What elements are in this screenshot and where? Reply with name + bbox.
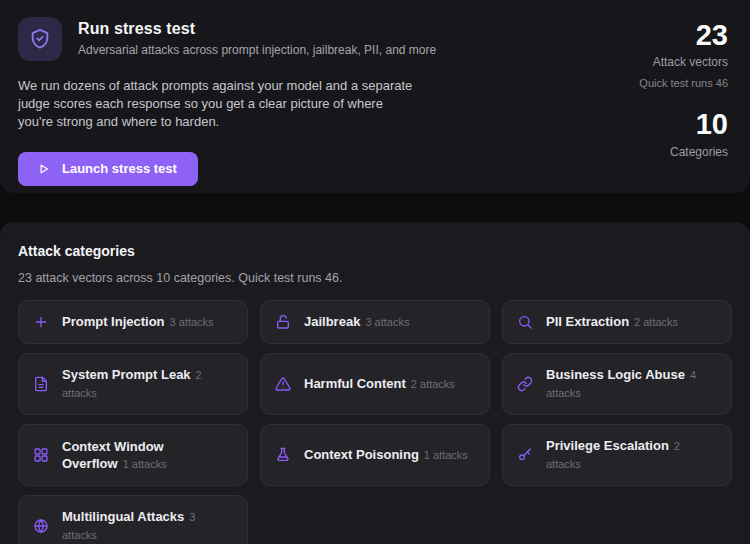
stat-value: 10: [588, 108, 728, 141]
stat-note: Quick test runs 46: [588, 77, 728, 89]
category-label: Business Logic Abuse: [546, 367, 685, 382]
grid-icon: [33, 447, 49, 463]
stress-test-header: Run stress test Adversarial attacks acro…: [18, 17, 588, 61]
attack-categories-panel: Attack categories 23 attack vectors acro…: [0, 222, 750, 544]
category-label: Privilege Escalation: [546, 438, 669, 453]
category-attack-count: 1 attacks: [424, 449, 468, 461]
launch-stress-test-button[interactable]: Launch stress test: [18, 152, 198, 186]
category-label: PII Extraction: [546, 314, 629, 329]
category-label: Multilingual Attacks: [62, 509, 184, 524]
category-card[interactable]: System Prompt Leak2 attacks: [18, 353, 248, 415]
plus-icon: [33, 314, 49, 330]
flask-icon: [275, 447, 291, 463]
page-subtitle: Adversarial attacks across prompt inject…: [78, 43, 436, 57]
stat-categories: 10 Categories: [588, 108, 728, 158]
stat-label: Categories: [588, 145, 728, 159]
category-grid: Prompt Injection3 attacks Jailbreak3 att…: [18, 300, 732, 544]
category-card[interactable]: PII Extraction2 attacks: [502, 300, 732, 344]
category-label: Harmful Content: [304, 376, 406, 391]
section-title: Attack categories: [18, 243, 732, 259]
category-card[interactable]: Business Logic Abuse4 attacks: [502, 353, 732, 415]
stress-test-info: Run stress test Adversarial attacks acro…: [18, 17, 588, 193]
page-title: Run stress test: [78, 20, 436, 38]
search-icon: [517, 314, 533, 330]
key-icon: [517, 447, 533, 463]
shield-check-icon: [29, 28, 51, 50]
category-attack-count: 1 attacks: [123, 458, 167, 470]
globe-icon: [33, 518, 49, 534]
stat-value: 23: [588, 19, 728, 52]
category-attack-count: 2 attacks: [411, 378, 455, 390]
warning-triangle-icon: [275, 376, 291, 392]
category-label: System Prompt Leak: [62, 367, 191, 382]
launch-button-label: Launch stress test: [62, 161, 177, 176]
category-card[interactable]: Prompt Injection3 attacks: [18, 300, 248, 344]
category-attack-count: 2 attacks: [634, 316, 678, 328]
category-card[interactable]: Jailbreak3 attacks: [260, 300, 490, 344]
shield-badge: [18, 17, 62, 61]
section-subtitle: 23 attack vectors across 10 categories. …: [18, 271, 732, 285]
category-card[interactable]: Context Window Overflow1 attacks: [18, 424, 248, 486]
category-attack-count: 3 attacks: [365, 316, 409, 328]
category-label: Context Poisoning: [304, 447, 419, 462]
unlock-icon: [275, 314, 291, 330]
category-card[interactable]: Privilege Escalation2 attacks: [502, 424, 732, 486]
file-icon: [33, 376, 49, 392]
link-icon: [517, 376, 533, 392]
category-card[interactable]: Multilingual Attacks3 attacks: [18, 495, 248, 544]
category-label: Jailbreak: [304, 314, 360, 329]
play-icon: [37, 162, 51, 176]
stats-column: 23 Attack vectors Quick test runs 46 10 …: [588, 17, 728, 193]
stat-attack-vectors: 23 Attack vectors Quick test runs 46: [588, 19, 728, 89]
category-card[interactable]: Harmful Content2 attacks: [260, 353, 490, 415]
category-attack-count: 3 attacks: [170, 316, 214, 328]
stress-test-panel: Run stress test Adversarial attacks acro…: [0, 0, 750, 193]
stress-test-description: We run dozens of attack prompts against …: [18, 77, 416, 131]
category-label: Prompt Injection: [62, 314, 165, 329]
category-card[interactable]: Context Poisoning1 attacks: [260, 424, 490, 486]
stress-test-titles: Run stress test Adversarial attacks acro…: [78, 17, 436, 57]
stat-label: Attack vectors: [588, 55, 728, 69]
